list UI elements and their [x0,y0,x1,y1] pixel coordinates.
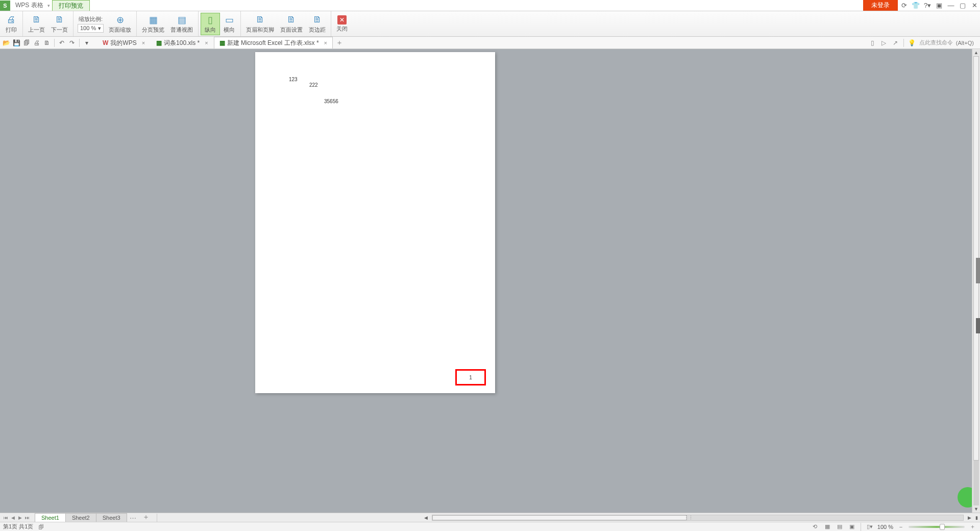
pagebreak-preview-button[interactable]: ▦ 分页预览 [139,13,167,35]
sheet-tab-2[interactable]: Sheet2 [65,513,96,522]
page-zoom-button[interactable]: ⊕ 页面缩放 [106,13,134,35]
vertical-scrollbar[interactable]: ▲ ▼ [972,49,980,513]
print-button[interactable]: 🖨 打印 [2,13,20,35]
landscape-button[interactable]: ▭ 横向 [220,13,238,35]
saveas-icon[interactable]: 🗐 [22,39,31,47]
page-setup-icon: 🗎 [285,14,298,26]
hscroll-left-arrow[interactable]: ◀ [423,514,430,521]
history-icon[interactable]: ⟲ [811,523,820,530]
sheet-tab-3[interactable]: Sheet3 [96,513,127,522]
sheet-tab-1[interactable]: Sheet1 [35,513,66,522]
xls-icon: ▦ [156,39,162,46]
zoom-slider-thumb[interactable] [940,524,945,530]
close-window-icon[interactable]: ✕ [969,0,980,11]
print-quick-icon[interactable]: 🖨 [33,39,41,47]
portrait-icon: ▯ [204,14,216,26]
app-logo: S [0,1,10,11]
pagesetup-label: 页面设置 [280,26,303,34]
headerfooter-label: 页眉和页脚 [246,26,274,34]
prev-label: 上一页 [28,26,45,34]
zoom-picker[interactable]: 100 % ▾ [78,24,104,33]
preview-area[interactable]: 123 222 35656 1 [0,49,972,513]
header-footer-icon: 🗎 [254,14,266,26]
minimize-icon[interactable]: — [945,0,957,11]
new-tab-button[interactable]: ＋ [333,38,346,47]
phone-icon[interactable]: ▯ [869,39,877,47]
preview-quick-icon[interactable]: 🗎 [43,39,51,47]
page-setup-button[interactable]: 🗎 页面设置 [277,13,306,35]
arrow-icon[interactable]: ↗ [891,39,899,47]
doc-tab-wordlist[interactable]: ▦ 词条100.xls * × [151,37,213,49]
maximize-icon[interactable]: ▢ [957,0,968,11]
zoom-value: 100 % [80,25,96,31]
page-number-highlight: 1 [455,369,486,385]
save-icon[interactable]: 💾 [12,39,20,47]
tab-close-icon[interactable]: × [324,40,327,46]
portrait-button[interactable]: ▯ 纵向 [201,13,220,35]
app-dropdown-icon[interactable]: ▾ [47,3,50,8]
workspace: 123 222 35656 1 ▲ ▼ [0,49,980,513]
hscroll-split-icon[interactable]: ▮ [973,514,980,521]
reading-view-icon[interactable]: ▯▾ [865,523,874,530]
doc-tab-mywps[interactable]: W 我的WPS × [97,37,151,49]
sheet-add-button[interactable]: ＋ [139,513,153,522]
normalview-label: 普通视图 [170,26,193,34]
sheet-next-icon[interactable]: ▶ [16,514,23,521]
redo-icon[interactable]: ↷ [68,39,76,47]
assistant-bubble[interactable] [958,487,972,508]
prev-page-button[interactable]: 🗎 上一页 [25,13,48,35]
pagebreak-label: 分页预览 [142,26,164,34]
scroll-down-arrow[interactable]: ▼ [972,505,980,513]
open-icon[interactable]: 📂 [2,39,10,47]
next-page-button[interactable]: 🗎 下一页 [48,13,71,35]
zoom-out-icon[interactable]: − [896,523,905,530]
flag-icon[interactable]: ▷ [880,39,888,47]
page-number-label: 1 [469,375,472,380]
header-footer-button[interactable]: 🗎 页眉和页脚 [243,13,277,35]
zoom-slider[interactable] [909,526,965,528]
pagebreak-view-icon[interactable]: ▤ [835,523,844,530]
sheet-more-icon[interactable]: ⋯ [127,514,139,522]
sheet-nav: ⏮ ◀ ▶ ⏭ [0,514,33,521]
normal-view-button[interactable]: ▤ 普通视图 [167,13,196,35]
login-button[interactable]: 未登录 [863,0,898,11]
cell-value: 35656 [324,99,338,104]
hscroll-thumb[interactable] [432,515,687,520]
undo-icon[interactable]: ↶ [58,39,66,47]
margins-button[interactable]: 🗎 页边距 [306,13,329,35]
sheet-prev-icon[interactable]: ◀ [9,514,16,521]
printer-icon: 🖨 [5,14,17,26]
chevron-down-icon: ▾ [98,25,101,32]
help-icon[interactable]: ?▾ [922,0,933,11]
cell-value: 222 [309,82,318,88]
doc-tab-new-excel[interactable]: ▦ 新建 Microsoft Excel 工作表.xlsx * × [214,37,333,49]
zoom-icon: ⊕ [114,14,126,26]
pagelayout-view-icon[interactable]: ▣ [847,523,856,530]
side-panel-handle-2[interactable] [976,318,980,333]
clipboard-icon[interactable]: 🗐 [37,523,44,530]
dropdown-icon[interactable]: ▾ [83,39,91,47]
page-up-icon: 🗎 [31,14,43,26]
horizontal-scrollbar[interactable]: ⋮⋮ [432,515,964,521]
zoom-percent-label[interactable]: 100 % [877,524,893,530]
landscape-label: 横向 [224,26,235,34]
normal-view-icon[interactable]: ▦ [823,523,832,530]
zoom-in-icon[interactable]: ＋ [968,523,977,530]
ribbon-tab-print-preview[interactable]: 打印预览 [52,0,90,11]
xlsx-icon: ▦ [219,39,225,46]
separator [157,514,157,522]
close-preview-button[interactable]: ✕ 关闭 [333,14,351,34]
refresh-icon[interactable]: ⟳ [898,0,910,11]
tab-close-icon[interactable]: × [142,40,145,46]
tab-label: 我的WPS [110,39,136,47]
tab-close-icon[interactable]: × [205,40,208,46]
sheet-last-icon[interactable]: ⏭ [23,514,31,521]
side-panel-handle[interactable] [976,258,980,283]
scroll-up-arrow[interactable]: ▲ [972,49,980,56]
search-command-hint[interactable]: 点此查找命令 [919,39,953,46]
shirt-icon[interactable]: 👕 [910,0,921,11]
sheet-first-icon[interactable]: ⏮ [2,514,9,521]
hscroll-right-arrow[interactable]: ▶ [966,514,973,521]
margins-icon: 🗎 [311,14,324,26]
box-icon[interactable]: ▣ [934,0,945,11]
